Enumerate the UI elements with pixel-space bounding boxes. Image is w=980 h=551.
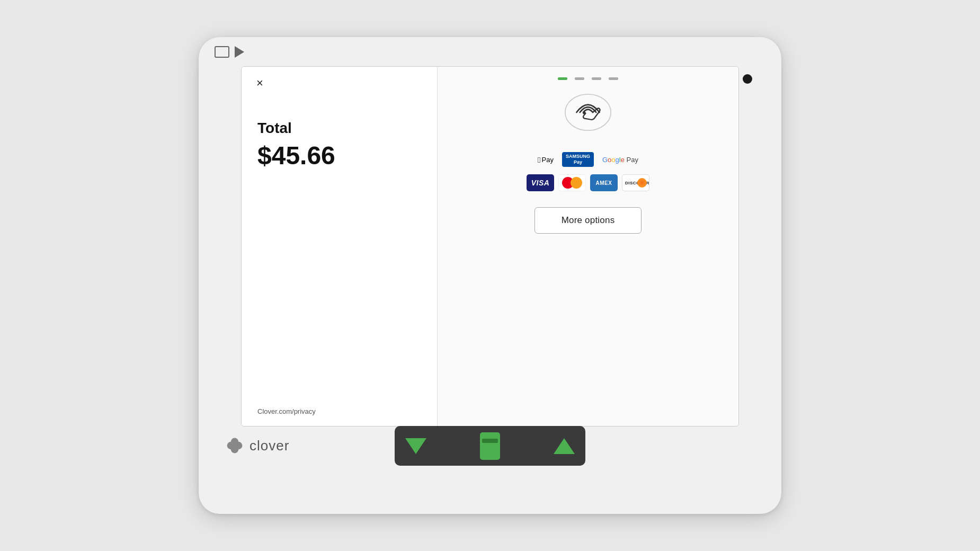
google-o2: o	[611, 156, 615, 164]
google-pay-logo: Google Pay	[599, 152, 642, 167]
right-panel:  Pay SAMSUNGPay Google Pay VISA	[438, 67, 738, 426]
card-logos-row2: VISA AMEX DISCOVER	[527, 174, 649, 191]
signal-dots	[558, 77, 618, 80]
svg-point-0	[565, 94, 611, 130]
privacy-link[interactable]: Clover.com/privacy	[257, 407, 421, 415]
signal-dot-2	[575, 77, 584, 80]
play-icon	[235, 46, 244, 58]
clover-icon	[225, 436, 244, 455]
svg-point-1	[583, 111, 585, 114]
amex-text: AMEX	[596, 180, 612, 186]
camera-dot	[743, 74, 752, 84]
card-reader-left-arrow	[405, 438, 426, 454]
apple-symbol: 	[538, 155, 540, 164]
visa-badge: VISA	[527, 174, 554, 191]
google-pay-word: Pay	[627, 156, 638, 164]
device-top-bar	[199, 37, 781, 66]
apple-pay-text: Pay	[542, 156, 554, 164]
payment-logos-row1:  Pay SAMSUNGPay Google Pay	[534, 152, 642, 167]
samsung-pay-text: SAMSUNGPay	[566, 154, 590, 165]
nfc-icon	[556, 88, 620, 136]
device-bottom: clover	[199, 426, 781, 455]
google-e: e	[621, 156, 625, 164]
clover-logo: clover	[225, 436, 289, 455]
google-o1: o	[608, 156, 611, 164]
screen-icon	[215, 46, 229, 58]
signal-dot-4	[609, 77, 618, 80]
google-g2: g	[616, 156, 619, 164]
signal-dot-3	[592, 77, 601, 80]
apple-pay-logo:  Pay	[534, 152, 557, 167]
svg-point-6	[232, 443, 238, 449]
close-button[interactable]: ×	[256, 77, 263, 89]
clover-brand-name: clover	[250, 438, 289, 454]
card-reader-right-arrow	[554, 438, 575, 454]
more-options-button[interactable]: More options	[534, 207, 642, 234]
google-g: G	[602, 156, 608, 164]
card-reader-card-icon	[480, 432, 500, 460]
total-amount: $45.66	[257, 141, 421, 170]
total-label: Total	[257, 120, 421, 137]
samsung-pay-logo: SAMSUNGPay	[562, 152, 594, 167]
total-section: Total $45.66	[257, 120, 421, 170]
payment-screen: × Total $45.66 Clover.com/privacy	[241, 66, 739, 426]
card-reader	[395, 426, 585, 466]
discover-badge: DISCOVER	[622, 174, 649, 191]
amex-badge: AMEX	[590, 174, 618, 191]
clover-device: × Total $45.66 Clover.com/privacy	[199, 37, 781, 514]
mastercard-badge	[558, 174, 586, 191]
visa-text: VISA	[531, 179, 550, 187]
mc-circle-right	[571, 177, 582, 189]
signal-dot-1	[558, 77, 567, 80]
left-panel: × Total $45.66 Clover.com/privacy	[242, 67, 438, 426]
discover-dot	[637, 178, 647, 188]
